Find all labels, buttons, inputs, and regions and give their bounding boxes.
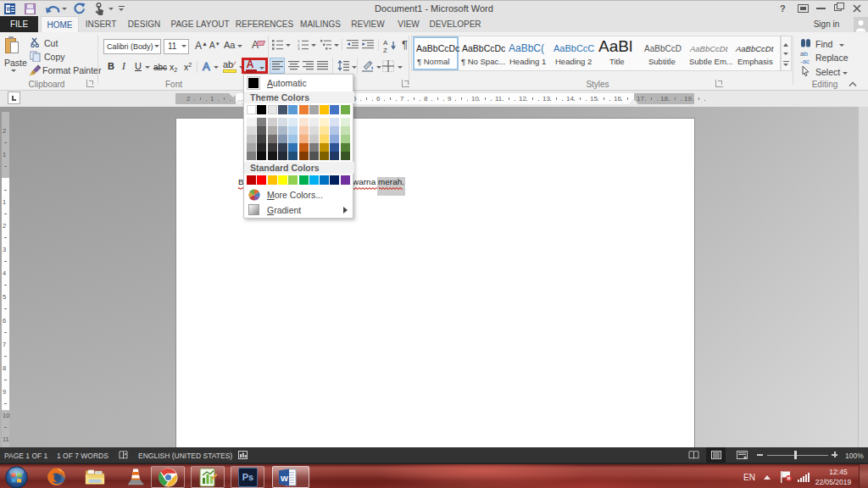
svg-text:3: 3 [298,47,300,50]
svg-text:W: W [281,474,288,483]
